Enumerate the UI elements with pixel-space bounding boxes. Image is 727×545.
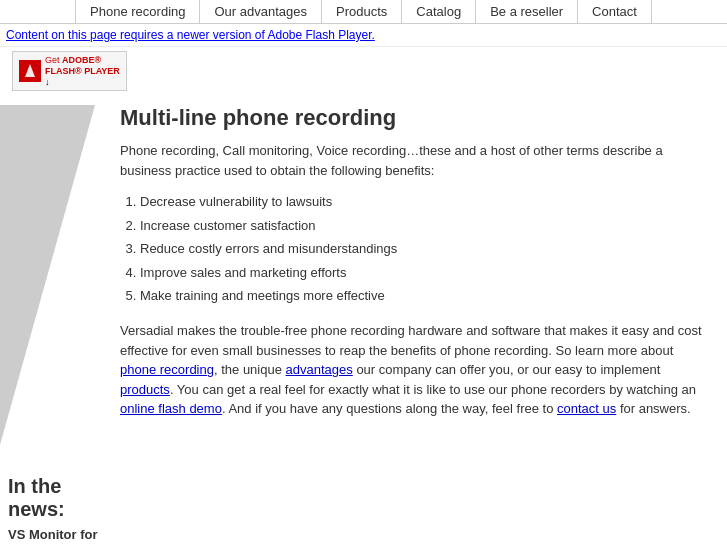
body-paragraph: Versadial makes the trouble-free phone r… [120,321,707,419]
benefit-item-2: Increase customer satisfaction [140,214,707,237]
flash-icon-line2: FLASH® PLAYER [45,66,120,77]
flash-warning-link[interactable]: Content on this page requires a newer ve… [6,28,375,42]
benefit-item-5: Make training and meetings more effectiv… [140,284,707,307]
main-nav: Phone recording Our advantages Products … [0,0,727,24]
sidebar: In the news: VS Monitor for PDA Versadia… [0,95,110,545]
main-content: Multi-line phone recording Phone recordi… [110,95,727,545]
nav-be-a-reseller[interactable]: Be a reseller [476,0,578,23]
phone-recording-link[interactable]: phone recording [120,362,214,377]
body-text-4: . You can get a real feel for exactly wh… [170,382,696,397]
body-text-6: for answers. [616,401,690,416]
products-link[interactable]: products [120,382,170,397]
page-heading: Multi-line phone recording [120,105,707,131]
benefit-item-3: Reduce costly errors and misunderstandin… [140,237,707,260]
benefits-list: Decrease vulnerability to lawsuits Incre… [140,190,707,307]
nav-our-advantages[interactable]: Our advantages [200,0,322,23]
nav-phone-recording[interactable]: Phone recording [75,0,200,23]
contact-us-link[interactable]: contact us [557,401,616,416]
flash-warning-bar: Content on this page requires a newer ve… [0,24,727,47]
nav-catalog[interactable]: Catalog [402,0,476,23]
online-demo-link[interactable]: online flash demo [120,401,222,416]
news-section: In the news: VS Monitor for PDA Versadia… [0,465,110,545]
main-layout: In the news: VS Monitor for PDA Versadia… [0,95,727,545]
body-text-3: our company can offer you, or our easy t… [353,362,661,377]
sidebar-triangle [0,105,95,445]
benefit-item-1: Decrease vulnerability to lawsuits [140,190,707,213]
nav-contact[interactable]: Contact [578,0,652,23]
body-text-2: , the unique [214,362,286,377]
flash-icon-line1: Get ADOBE® [45,55,120,66]
adobe-flash-logo [19,60,41,82]
benefit-item-4: Improve sales and marketing efforts [140,261,707,284]
news-article-title: VS Monitor for PDA [8,527,100,545]
advantages-link[interactable]: advantages [286,362,353,377]
intro-paragraph: Phone recording, Call monitoring, Voice … [120,141,707,180]
body-text-1: Versadial makes the trouble-free phone r… [120,323,702,358]
nav-products[interactable]: Products [322,0,402,23]
flash-player-icon[interactable]: Get ADOBE® FLASH® PLAYER ↓ [12,51,127,91]
body-text-5: . And if you have any questions along th… [222,401,557,416]
news-heading: In the news: [8,475,100,521]
svg-marker-0 [25,64,35,77]
flash-icon-download: ↓ [45,77,120,88]
